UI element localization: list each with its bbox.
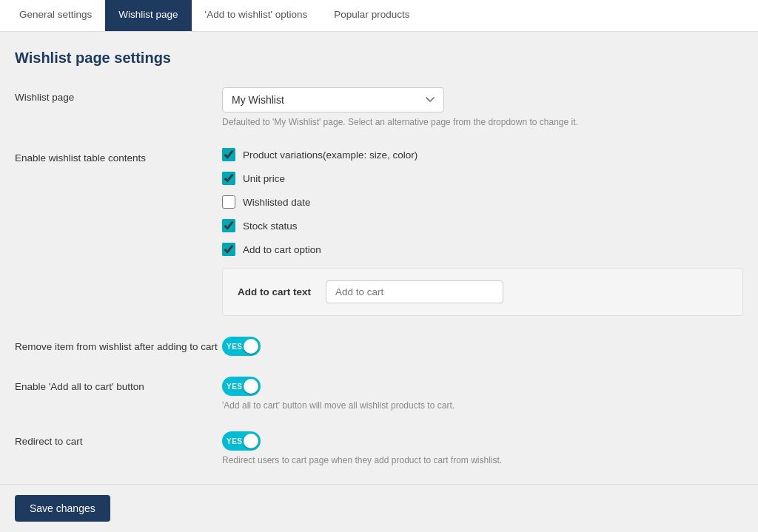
add-to-cart-text-box: Add to cart text [222, 268, 743, 316]
add-all-to-cart-toggle-track: YES [222, 377, 261, 396]
checkbox-unit-price-input[interactable] [222, 172, 235, 185]
remove-item-label: Remove item from wishlist after adding t… [15, 337, 222, 352]
save-changes-button[interactable]: Save changes [15, 495, 110, 522]
add-to-cart-box-label: Add to cart text [238, 286, 311, 297]
checkbox-product-variations-input[interactable] [222, 148, 235, 161]
wishlist-page-label: Wishlist page [15, 87, 222, 103]
wishlist-page-dropdown[interactable]: My Wishlist Custom Page 1 Custom Page 2 [222, 87, 444, 112]
remove-item-toggle-track: YES [222, 337, 261, 356]
redirect-to-cart-toggle[interactable]: YES [222, 431, 261, 451]
footer-bar: Save changes [0, 484, 758, 532]
wishlist-page-control: My Wishlist Custom Page 1 Custom Page 2 … [222, 87, 743, 127]
tab-popular-products[interactable]: Popular products [321, 0, 423, 31]
checkbox-stock-status-input[interactable] [222, 219, 235, 232]
remove-item-toggle-yes-label: YES [227, 343, 243, 351]
checkbox-add-to-cart-option-input[interactable] [222, 243, 235, 256]
checkbox-wishlisted-date[interactable]: Wishlisted date [222, 195, 743, 209]
checkbox-add-to-cart-option[interactable]: Add to cart option [222, 243, 743, 256]
table-contents-control: Product variations(example: size, color)… [222, 148, 743, 316]
remove-item-toggle-wrapper: YES [222, 337, 743, 356]
redirect-to-cart-toggle-wrapper: YES [222, 431, 743, 451]
redirect-to-cart-toggle-knob [244, 434, 258, 448]
checkbox-stock-status[interactable]: Stock status [222, 219, 743, 232]
add-all-to-cart-control: YES 'Add all to cart' button will move a… [222, 377, 743, 411]
remove-item-toggle-knob [244, 339, 258, 354]
checkbox-group: Product variations(example: size, color)… [222, 148, 743, 256]
remove-item-toggle[interactable]: YES [222, 337, 261, 356]
add-to-cart-text-input[interactable] [326, 280, 503, 303]
checkbox-product-variations[interactable]: Product variations(example: size, color) [222, 148, 743, 161]
tabs-bar: General settings Wishlist page 'Add to w… [0, 0, 758, 32]
wishlist-page-row: Wishlist page My Wishlist Custom Page 1 … [15, 87, 743, 127]
redirect-to-cart-label: Redirect to cart [15, 431, 222, 447]
add-all-to-cart-toggle-knob [244, 379, 258, 394]
redirect-to-cart-toggle-yes-label: YES [227, 437, 243, 445]
redirect-to-cart-control: YES Redirect users to cart page when the… [222, 431, 743, 465]
tab-add-to-wishlist-options[interactable]: 'Add to wishlist' options [192, 0, 321, 31]
checkbox-stock-status-label: Stock status [243, 220, 298, 232]
add-all-to-cart-label: Enable 'Add all to cart' button [15, 377, 222, 392]
table-contents-label: Enable wishlist table contents [15, 148, 222, 164]
checkbox-product-variations-label: Product variations(example: size, color) [243, 149, 417, 161]
add-all-to-cart-hint: 'Add all to cart' button will move all w… [222, 400, 743, 411]
redirect-to-cart-row: Redirect to cart YES Redirect users to c… [15, 431, 743, 465]
redirect-to-cart-toggle-track: YES [222, 431, 261, 451]
checkbox-unit-price-label: Unit price [243, 173, 285, 184]
checkbox-wishlisted-date-input[interactable] [222, 195, 235, 209]
remove-item-row: Remove item from wishlist after adding t… [15, 337, 743, 356]
page-title: Wishlist page settings [15, 50, 743, 67]
wishlist-page-hint: Defaulted to 'My Wishlist' page. Select … [222, 117, 743, 127]
checkbox-add-to-cart-option-label: Add to cart option [243, 244, 321, 255]
tab-general-settings[interactable]: General settings [6, 0, 105, 31]
checkbox-wishlisted-date-label: Wishlisted date [243, 197, 311, 208]
add-all-to-cart-toggle-wrapper: YES [222, 377, 743, 396]
add-all-to-cart-toggle-yes-label: YES [227, 383, 243, 391]
tab-wishlist-page[interactable]: Wishlist page [105, 0, 191, 31]
add-all-to-cart-toggle[interactable]: YES [222, 377, 261, 396]
remove-item-control: YES [222, 337, 743, 356]
redirect-to-cart-hint: Redirect users to cart page when they ad… [222, 455, 743, 465]
add-all-to-cart-row: Enable 'Add all to cart' button YES 'Add… [15, 377, 743, 411]
main-content: Wishlist page settings Wishlist page My … [0, 32, 758, 532]
table-contents-row: Enable wishlist table contents Product v… [15, 148, 743, 316]
checkbox-unit-price[interactable]: Unit price [222, 172, 743, 185]
